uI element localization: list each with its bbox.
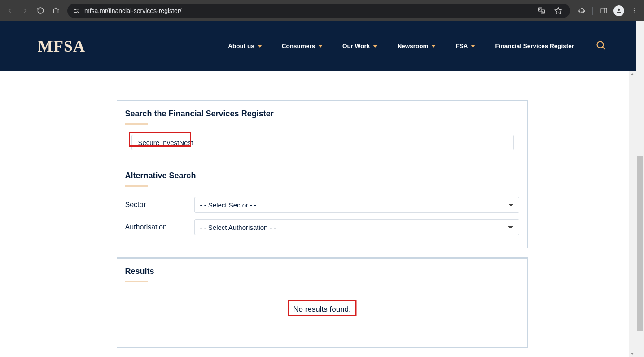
results-section: Results No results found.: [117, 259, 527, 347]
site-logo[interactable]: MFSA: [38, 37, 85, 56]
outer-scrollbar[interactable]: [636, 21, 644, 357]
profile-button[interactable]: [613, 4, 625, 17]
title-underline: [125, 281, 148, 282]
nav-financial-services-register[interactable]: Financial Services Register: [495, 43, 574, 49]
svg-point-13: [634, 10, 635, 11]
sector-row: Sector - - Select Sector - -: [125, 197, 519, 213]
search-title: Search the Financial Services Register: [125, 109, 519, 119]
nav-label: Newsroom: [397, 43, 428, 49]
avatar-icon: [613, 5, 624, 16]
page-viewport: MFSA About us Consumers Our Work Newsroo…: [0, 21, 644, 357]
sector-label: Sector: [125, 201, 194, 209]
title-underline: [125, 123, 148, 125]
nav-label: Financial Services Register: [495, 43, 574, 49]
forward-button[interactable]: [19, 4, 31, 17]
nav-label: Our Work: [342, 43, 370, 49]
svg-point-11: [618, 8, 620, 10]
nav-label: FSA: [456, 43, 468, 49]
translate-icon: [538, 7, 545, 14]
page-content: Search the Financial Services Register A…: [0, 71, 644, 357]
authorisation-label: Authorisation: [125, 223, 194, 231]
authorisation-select[interactable]: - - Select Authorisation - -: [194, 219, 519, 235]
reload-icon: [37, 7, 44, 14]
svg-rect-9: [601, 8, 607, 13]
dots-vertical-icon: [631, 7, 638, 14]
sidepanel-button[interactable]: [597, 4, 610, 17]
results-panel: Results No results found.: [117, 257, 528, 348]
search-section: Search the Financial Services Register: [117, 101, 527, 163]
home-button[interactable]: [49, 4, 62, 17]
chevron-down-icon: [258, 45, 262, 48]
results-message: No results found.: [288, 302, 356, 317]
scroll-thumb[interactable]: [637, 156, 643, 331]
svg-point-14: [634, 12, 635, 13]
menu-button[interactable]: [628, 4, 640, 17]
chevron-down-icon: [373, 45, 377, 48]
nav-consumers[interactable]: Consumers: [282, 43, 323, 49]
svg-point-15: [597, 41, 604, 48]
chrome-right-controls: [575, 4, 640, 17]
bookmark-button[interactable]: [552, 4, 565, 17]
sector-select[interactable]: - - Select Sector - -: [194, 197, 519, 213]
translate-button[interactable]: [535, 4, 548, 17]
site-header: MFSA About us Consumers Our Work Newsroo…: [0, 21, 644, 71]
extensions-button[interactable]: [575, 4, 588, 17]
results-title: Results: [125, 267, 519, 276]
main-nav: About us Consumers Our Work Newsroom FSA…: [228, 43, 574, 49]
svg-point-12: [634, 8, 635, 9]
arrow-right-icon: [21, 7, 29, 15]
site-info-button[interactable]: [73, 7, 80, 14]
svg-point-3: [77, 12, 78, 13]
svg-line-16: [603, 47, 605, 49]
chevron-down-icon: [431, 45, 436, 48]
chevron-down-icon: [471, 45, 475, 48]
scroll-down-icon: [631, 353, 634, 355]
nav-label: About us: [228, 43, 254, 49]
nav-newsroom[interactable]: Newsroom: [397, 43, 436, 49]
header-search-button[interactable]: [596, 40, 606, 53]
url-text: mfsa.mt/financial-services-register/: [84, 7, 530, 14]
panel-icon: [600, 7, 608, 14]
alternative-search-section: Alternative Search Sector - - Select Sec…: [117, 163, 527, 248]
authorisation-row: Authorisation - - Select Authorisation -…: [125, 219, 519, 235]
nav-our-work[interactable]: Our Work: [342, 43, 377, 49]
search-panel: Search the Financial Services Register A…: [117, 100, 528, 248]
register-search-input[interactable]: [131, 135, 514, 150]
svg-point-0: [74, 9, 76, 10]
home-icon: [52, 7, 60, 14]
nav-about-us[interactable]: About us: [228, 43, 262, 49]
search-icon: [596, 40, 606, 51]
address-bar[interactable]: mfsa.mt/financial-services-register/: [67, 4, 570, 18]
divider: [592, 7, 593, 15]
reload-button[interactable]: [34, 4, 47, 17]
svg-marker-8: [555, 7, 562, 13]
scroll-up-icon: [631, 73, 634, 75]
star-icon: [554, 7, 562, 15]
alt-search-title: Alternative Search: [125, 171, 519, 181]
tune-icon: [73, 7, 80, 14]
title-underline: [125, 185, 148, 187]
browser-toolbar: mfsa.mt/financial-services-register/: [0, 0, 644, 21]
back-button[interactable]: [4, 4, 16, 17]
nav-label: Consumers: [282, 43, 315, 49]
inner-scrollbar[interactable]: [629, 71, 636, 357]
chevron-down-icon: [318, 45, 323, 48]
nav-fsa[interactable]: FSA: [456, 43, 475, 49]
arrow-left-icon: [6, 7, 14, 15]
puzzle-icon: [578, 7, 586, 14]
